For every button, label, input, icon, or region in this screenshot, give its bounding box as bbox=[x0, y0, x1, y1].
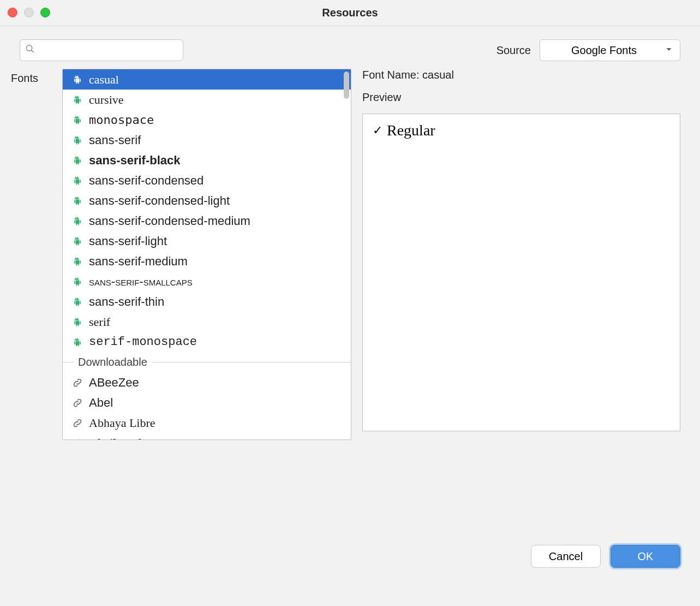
downloadable-section-label: Downloadable bbox=[74, 356, 152, 369]
font-item-label: Abril Fatface bbox=[89, 436, 157, 440]
font-item[interactable]: sans-serif-medium bbox=[63, 251, 351, 271]
close-window-button[interactable] bbox=[8, 8, 17, 17]
font-item[interactable]: Abril Fatface bbox=[63, 433, 351, 439]
link-icon bbox=[71, 438, 83, 440]
minimize-window-button[interactable] bbox=[24, 8, 34, 17]
android-icon bbox=[71, 337, 83, 348]
font-item[interactable]: sans-serif-smallcaps bbox=[63, 271, 351, 292]
font-item[interactable]: sans-serif-condensed bbox=[63, 170, 351, 191]
font-name-line: Font Name: casual bbox=[362, 69, 680, 81]
font-item-label: sans-serif-smallcaps bbox=[89, 275, 193, 289]
android-icon bbox=[71, 155, 83, 166]
detail-pane: Font Name: casual Preview ✓ Regular bbox=[362, 69, 680, 431]
link-icon bbox=[71, 377, 83, 388]
ok-button[interactable]: OK bbox=[611, 545, 680, 568]
android-icon bbox=[71, 276, 83, 287]
font-item[interactable]: ABeeZee bbox=[63, 372, 351, 393]
source-label: Source bbox=[496, 44, 531, 57]
font-item-label: sans-serif-light bbox=[89, 234, 167, 248]
font-item[interactable]: Abhaya Libre bbox=[63, 413, 351, 433]
font-item-label: sans-serif-medium bbox=[89, 254, 188, 269]
preview-item-label: Regular bbox=[387, 122, 435, 139]
android-icon bbox=[71, 74, 83, 85]
window-title: Resources bbox=[322, 7, 378, 19]
font-item-label: sans-serif-thin bbox=[89, 295, 164, 309]
source-select[interactable]: Google Fonts bbox=[540, 39, 680, 61]
font-item-label: sans-serif-condensed-medium bbox=[89, 214, 250, 228]
main-row: Fonts casualcursivemonospacesans-serifsa… bbox=[0, 66, 700, 440]
font-listbox[interactable]: casualcursivemonospacesans-serifsans-ser… bbox=[62, 69, 351, 440]
font-item-label: Abhaya Libre bbox=[89, 416, 155, 430]
footer-buttons: Cancel OK bbox=[531, 545, 680, 568]
font-item[interactable]: Abel bbox=[63, 393, 351, 413]
android-icon bbox=[71, 256, 83, 267]
link-icon bbox=[71, 397, 83, 408]
window-controls bbox=[8, 8, 50, 17]
font-name-value: casual bbox=[422, 69, 454, 81]
font-item[interactable]: monospace bbox=[63, 110, 351, 130]
font-item-label: sans-serif-condensed bbox=[89, 174, 204, 188]
font-item[interactable]: cursive bbox=[63, 90, 351, 110]
downloadable-section-header: Downloadable bbox=[63, 352, 351, 372]
android-icon bbox=[71, 175, 83, 186]
top-row: Source Google Fonts bbox=[0, 26, 700, 66]
font-item[interactable]: serif-monospace bbox=[63, 332, 351, 352]
font-item-label: serif-monospace bbox=[89, 335, 197, 349]
zoom-window-button[interactable] bbox=[40, 8, 50, 17]
preview-item[interactable]: ✓ Regular bbox=[373, 122, 670, 139]
android-icon bbox=[71, 317, 83, 328]
font-item-label: serif bbox=[89, 315, 110, 329]
font-item-label: sans-serif-condensed-light bbox=[89, 194, 230, 208]
font-item[interactable]: sans-serif-thin bbox=[63, 292, 351, 312]
font-name-label: Font Name: bbox=[362, 69, 419, 81]
titlebar: Resources bbox=[0, 0, 700, 26]
font-listbox-inner: casualcursivemonospacesans-serifsans-ser… bbox=[63, 69, 351, 439]
android-icon bbox=[71, 94, 83, 105]
font-item-label: ABeeZee bbox=[89, 376, 139, 390]
android-icon bbox=[71, 115, 83, 126]
font-item-label: sans-serif bbox=[89, 133, 141, 147]
font-item[interactable]: casual bbox=[63, 69, 351, 90]
search-input[interactable] bbox=[20, 39, 183, 61]
font-item-label: sans-serif-black bbox=[89, 153, 181, 168]
font-item-label: Abel bbox=[89, 396, 113, 410]
font-item[interactable]: sans-serif-black bbox=[63, 150, 351, 170]
preview-label: Preview bbox=[362, 91, 680, 104]
link-icon bbox=[71, 418, 83, 429]
cancel-button[interactable]: Cancel bbox=[531, 545, 601, 568]
preview-box: ✓ Regular bbox=[362, 114, 680, 431]
android-icon bbox=[71, 195, 83, 206]
font-item-label: monospace bbox=[89, 113, 154, 127]
android-icon bbox=[71, 135, 83, 146]
font-item[interactable]: sans-serif-condensed-medium bbox=[63, 211, 351, 231]
search-wrap bbox=[20, 39, 183, 61]
source-select-value: Google Fonts bbox=[571, 44, 637, 56]
checkmark-icon: ✓ bbox=[373, 123, 382, 138]
font-item[interactable]: sans-serif bbox=[63, 130, 351, 150]
android-icon bbox=[71, 216, 83, 227]
source-select-wrap: Google Fonts bbox=[540, 39, 680, 61]
font-item-label: casual bbox=[89, 73, 119, 87]
font-item[interactable]: sans-serif-light bbox=[63, 231, 351, 251]
android-icon bbox=[71, 236, 83, 247]
scrollbar-thumb[interactable] bbox=[344, 72, 349, 99]
font-item-label: cursive bbox=[89, 93, 124, 107]
fonts-label: Fonts bbox=[11, 69, 51, 85]
font-item[interactable]: sans-serif-condensed-light bbox=[63, 191, 351, 211]
android-icon bbox=[71, 296, 83, 307]
font-item[interactable]: serif bbox=[63, 312, 351, 332]
